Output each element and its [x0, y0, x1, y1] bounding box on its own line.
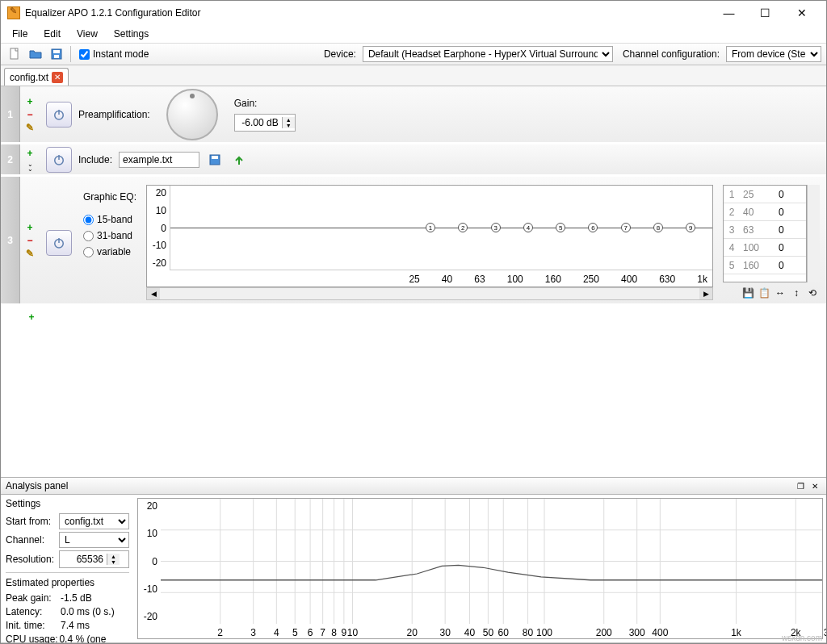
include-file-input[interactable]	[119, 152, 199, 168]
row-add-button[interactable]: +	[23, 96, 36, 107]
open-include-button[interactable]	[206, 151, 224, 169]
close-button[interactable]: ✕	[783, 2, 820, 24]
reload-include-button[interactable]	[230, 151, 248, 169]
row-preamp: 1 + − ✎ Preamplification: Gain: ▲▼	[1, 86, 826, 144]
eq-marker[interactable]: 6	[588, 223, 598, 232]
peak-gain-value: -1.5 dB	[61, 592, 92, 604]
power-button[interactable]	[46, 147, 72, 173]
latency-label: Latency:	[6, 606, 61, 617]
eq-marker[interactable]: 7	[621, 223, 631, 232]
power-button[interactable]	[46, 102, 72, 128]
watermark: wsxdn.com	[782, 634, 822, 642]
row-add-button[interactable]: +	[23, 148, 36, 159]
tab-close-button[interactable]: ✕	[52, 72, 63, 83]
analysis-panel-header: Analysis panel ❐ ✕	[1, 477, 826, 495]
eq-reset-icon[interactable]: ⟲	[805, 286, 820, 300]
app-icon	[7, 6, 20, 19]
eq-h-scrollbar[interactable]: ◀ ▶	[146, 287, 713, 300]
tabbar: config.txt ✕	[1, 65, 826, 86]
latency-value: 0.0 ms (0 s.)	[61, 606, 115, 617]
menu-edit[interactable]: Edit	[37, 27, 67, 41]
eq-marker[interactable]: 2	[458, 223, 468, 232]
menubar: File Edit View Settings	[1, 25, 826, 43]
gain-input[interactable]	[235, 117, 282, 128]
eq-graph[interactable]: 20100-10-20 1 2 3 4 5 6 7 8 9	[146, 185, 713, 287]
menu-file[interactable]: File	[6, 27, 34, 41]
minimize-button[interactable]: —	[711, 2, 747, 24]
resolution-input[interactable]	[60, 554, 107, 565]
row-remove-button[interactable]: −	[23, 109, 36, 120]
scroll-left[interactable]: ◀	[147, 288, 160, 299]
main-toolbar: Instant mode Device: Default (Headset Ea…	[1, 43, 826, 65]
init-time-value: 7.4 ms	[61, 620, 90, 631]
tab-config[interactable]: config.txt ✕	[4, 68, 69, 86]
include-label: Include:	[78, 154, 112, 165]
scroll-right[interactable]: ▶	[699, 288, 712, 299]
row-graphic-eq: 3 + − ✎ Graphic EQ: 15-band 31-band vari…	[1, 177, 826, 306]
row-edit-button[interactable]: ✎	[23, 248, 36, 259]
power-button[interactable]	[46, 230, 72, 256]
table-row: 51600	[724, 257, 806, 274]
eq-marker[interactable]: 9	[686, 223, 695, 232]
add-filter-button[interactable]: +	[25, 311, 38, 324]
channel-select[interactable]: L	[59, 532, 129, 548]
start-from-select[interactable]: config.txt	[59, 513, 129, 529]
instant-mode-input[interactable]	[79, 49, 90, 60]
row-edit-button[interactable]: ✎	[23, 122, 36, 133]
analysis-panel: Settings Start from: config.txt Channel:…	[1, 495, 826, 643]
resolution-spinner[interactable]: ▲▼	[59, 550, 129, 568]
analysis-graph[interactable]: 20100-10-20 2345678910203040506080100200…	[137, 498, 823, 639]
eq-marker[interactable]: 3	[491, 223, 501, 232]
eq-normalize-icon[interactable]: ↕	[789, 286, 804, 300]
menu-settings[interactable]: Settings	[107, 27, 155, 41]
expand-icon[interactable]: ⌄⌄	[27, 162, 33, 172]
eq-table-scrollbar[interactable]	[807, 185, 820, 282]
analysis-title: Analysis panel	[6, 480, 792, 491]
channel-cfg-label: Channel configuration:	[623, 48, 720, 60]
analysis-undock-button[interactable]: ❐	[794, 479, 807, 492]
analysis-close-button[interactable]: ✕	[808, 479, 821, 492]
gain-up[interactable]: ▲	[283, 117, 295, 123]
row-remove-button[interactable]: −	[23, 235, 36, 246]
row-include: 2 + ⌄⌄ Include:	[1, 144, 826, 177]
band-variable-radio[interactable]: variable	[83, 246, 136, 257]
instant-mode-checkbox[interactable]: Instant mode	[79, 48, 149, 60]
row-add-button[interactable]: +	[23, 222, 36, 233]
settings-label: Settings	[6, 498, 129, 509]
gain-knob[interactable]	[166, 89, 218, 140]
eq-invert-icon[interactable]: ↔	[773, 286, 787, 300]
device-label: Device:	[324, 48, 356, 60]
eq-marker[interactable]: 4	[523, 223, 533, 232]
table-row: 41000	[724, 239, 806, 257]
save-file-button[interactable]	[48, 45, 65, 63]
gain-spinner[interactable]: ▲▼	[234, 114, 296, 132]
channel-cfg-select[interactable]: From device (Stereo)	[726, 46, 821, 62]
tab-label: config.txt	[10, 72, 48, 83]
eq-marker[interactable]: 5	[556, 223, 565, 232]
svg-rect-0	[10, 48, 18, 59]
eq-freq-table[interactable]: 1250 2400 3630 41000 51600	[723, 185, 807, 282]
gain-down[interactable]: ▼	[283, 123, 295, 128]
eq-marker[interactable]: 1	[426, 223, 435, 232]
menu-view[interactable]: View	[70, 27, 104, 41]
titlebar: Equalizer APO 1.2.1 Configuration Editor…	[1, 1, 826, 25]
row-number: 2	[1, 144, 20, 174]
new-file-button[interactable]	[6, 45, 23, 63]
band-15-radio[interactable]: 15-band	[83, 214, 136, 225]
analysis-x-axis: 23456789102030405060801002003004001k2k3k…	[161, 625, 822, 638]
device-select[interactable]: Default (Headset Earphone - HyperX Virtu…	[363, 46, 613, 62]
row-number: 1	[1, 86, 20, 142]
band-31-radio[interactable]: 31-band	[83, 230, 136, 241]
channel-label: Channel:	[6, 534, 56, 546]
eq-marker[interactable]: 8	[653, 223, 663, 232]
add-filter-row: +	[1, 306, 826, 328]
resolution-label: Resolution:	[6, 554, 56, 565]
eq-save-icon[interactable]: 💾	[741, 286, 755, 300]
eq-copy-icon[interactable]: 📋	[757, 286, 771, 300]
est-props-label: Estimated properties	[6, 577, 129, 588]
svg-rect-3	[54, 55, 59, 58]
peak-gain-label: Peak gain:	[6, 592, 61, 604]
open-file-button[interactable]	[27, 45, 44, 63]
start-from-label: Start from:	[6, 516, 56, 527]
maximize-button[interactable]: ☐	[747, 2, 783, 24]
